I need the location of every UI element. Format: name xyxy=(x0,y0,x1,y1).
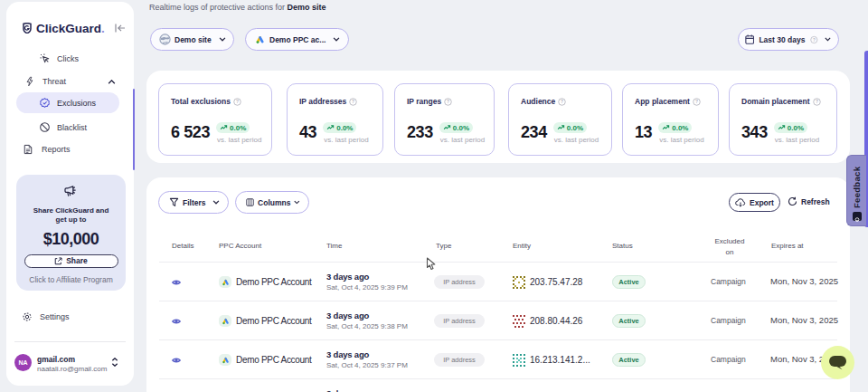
svg-text:?: ? xyxy=(352,100,354,104)
svg-text:?: ? xyxy=(236,100,239,104)
svg-text:?: ? xyxy=(447,100,449,104)
svg-text:?: ? xyxy=(695,100,698,104)
svg-text:?: ? xyxy=(816,100,818,104)
svg-text:?: ? xyxy=(561,100,563,104)
svg-text:?: ? xyxy=(813,37,816,42)
